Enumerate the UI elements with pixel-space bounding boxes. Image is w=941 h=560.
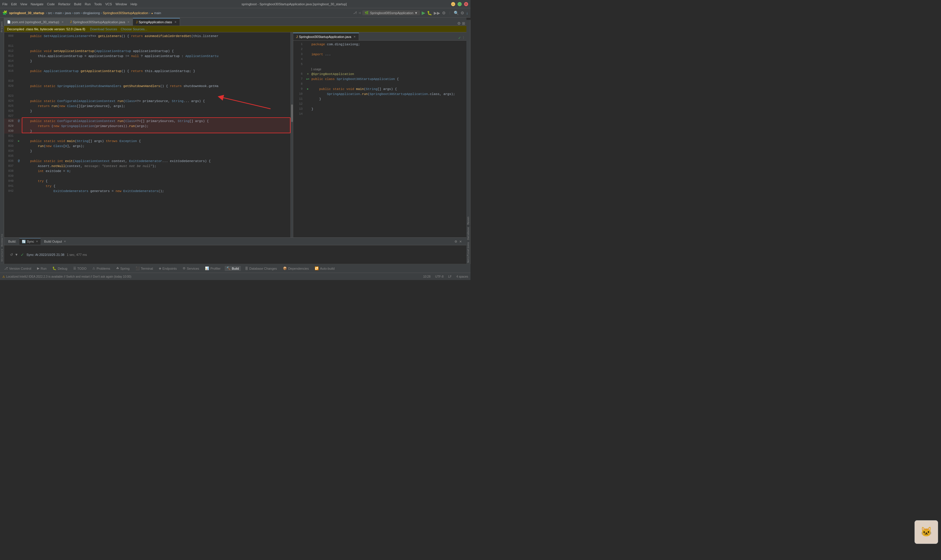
chevron-down-icon: ▼: [415, 11, 418, 15]
code-line-827: 827: [4, 114, 293, 118]
project-sidebar[interactable]: Project Bookmarks Structure: [0, 18, 4, 264]
sync-close[interactable]: ✕: [36, 240, 38, 243]
decompiled-banner: Decompiled .class file, bytecode version…: [4, 26, 466, 32]
maximize-button[interactable]: □: [458, 2, 462, 6]
spring-tool-label: Spring: [120, 267, 130, 270]
menu-vcs[interactable]: VCS: [105, 2, 112, 6]
editor-split-button[interactable]: ⊞: [462, 21, 465, 26]
run-config-dropdown[interactable]: 🌿 Springboot08SsmpApplication ▼: [362, 10, 420, 15]
status-encoding[interactable]: UTF-8: [435, 275, 443, 278]
status-indent[interactable]: 4 spaces: [457, 275, 468, 278]
build-tab-output[interactable]: Build Output ✕: [42, 238, 69, 245]
build-tab-sync[interactable]: 🔄 Sync ✕: [19, 238, 41, 245]
sync-icon: 🔄: [22, 240, 26, 243]
tool-database-changes[interactable]: 🗄 Database Changes: [243, 266, 279, 271]
tool-debug[interactable]: 🐛 Debug: [51, 266, 69, 271]
code-line-831: 831: [4, 134, 293, 138]
menu-help[interactable]: Help: [131, 2, 137, 6]
menu-edit[interactable]: Edit: [11, 2, 17, 6]
right-code-line-10: 10 SpringApplication.run(Springboot30Sta…: [293, 91, 466, 97]
build-tabs: Build: 🔄 Sync ✕ Build Output ✕ ⚙ ✕: [4, 238, 466, 245]
tool-dependencies[interactable]: 📦 Dependencies: [281, 266, 311, 271]
status-line-sep[interactable]: LF: [448, 275, 452, 278]
tool-problems[interactable]: ⚠ Problems: [91, 266, 112, 271]
debug-button[interactable]: 🐛: [427, 11, 432, 15]
build-stop-button[interactable]: ▼: [15, 253, 18, 257]
tab-pom[interactable]: 📄 pom.xml (springboot_30_startup) ✕: [4, 18, 67, 26]
tool-auto-build[interactable]: 🔁 Auto-build: [313, 266, 337, 271]
menu-code[interactable]: Code: [47, 2, 55, 6]
editor-settings-button[interactable]: ⚙: [457, 21, 461, 26]
code-line-blank3: [4, 89, 293, 94]
build-settings-icon[interactable]: ⚙: [455, 239, 457, 244]
run-with-coverage-button[interactable]: ▶▶: [434, 11, 440, 15]
tool-services[interactable]: ⚙ Services: [181, 266, 201, 271]
code-line-825: 825 return run(new Class[]{primarySource…: [4, 103, 293, 109]
left-scrollbar[interactable]: [291, 32, 293, 237]
menu-window[interactable]: Window: [115, 2, 127, 6]
download-sources-link[interactable]: Download Sources: [90, 27, 117, 31]
menu-tools[interactable]: Tools: [94, 2, 102, 6]
back-button[interactable]: ◁: [359, 11, 361, 15]
left-code-content: 808 public Set<ApplicationListener<?>> g…: [4, 32, 293, 237]
tab-pom-close[interactable]: ✕: [62, 21, 64, 23]
problems-icon: ⚠: [92, 266, 95, 270]
code-line-808: 808 public Set<ApplicationListener<?>> g…: [4, 34, 293, 38]
menu-run[interactable]: Run: [85, 2, 91, 6]
right-code-line-3: 3 import ...: [293, 52, 466, 57]
build-content: ↺ ▼ ✓ Sync: At 2022/10/25 21:38 1 sec, 4…: [4, 245, 466, 264]
tool-run[interactable]: ▶ Run: [35, 266, 48, 271]
menu-view[interactable]: View: [20, 2, 27, 6]
search-everywhere[interactable]: 🔍: [454, 11, 459, 15]
right-panel-tab[interactable]: J Springboot30StartupApplication.java ✕: [293, 33, 359, 40]
status-warning: ⚠ Localized IntelliJ IDEA 2022.2.3 is av…: [2, 275, 131, 278]
tool-profiler[interactable]: 📊 Profiler: [203, 266, 222, 271]
tool-todo[interactable]: ☰ TODO: [71, 266, 89, 271]
tab-startup[interactable]: J Springboot30StartupApplication.java ✕: [67, 18, 133, 26]
more-run-options[interactable]: ⚙: [442, 11, 446, 15]
menu-refactor[interactable]: Refactor: [58, 2, 71, 6]
right-tab-icon: J: [296, 35, 298, 38]
tool-spring[interactable]: ☘ Spring: [114, 266, 131, 271]
build-close-icon[interactable]: ✕: [459, 239, 462, 244]
tool-version-control[interactable]: ⎇ Version Control: [2, 266, 33, 271]
tool-endpoints[interactable]: ◈ Endpoints: [157, 266, 178, 271]
database-sidebar[interactable]: Database: [466, 226, 470, 241]
vcs-button[interactable]: ⎇: [353, 11, 357, 15]
structure-label[interactable]: Structure: [1, 249, 3, 262]
code-line-811: 811: [4, 43, 293, 49]
bookmarks-label[interactable]: Bookmarks: [1, 234, 3, 246]
code-line-832: 832 ▶ public static void main(String[] a…: [4, 138, 293, 143]
menu-navigate[interactable]: Navigate: [31, 2, 43, 6]
status-time: 10:28: [423, 275, 431, 278]
code-line-813: 813 this.applicationStartup = applicatio…: [4, 54, 293, 58]
tab-startup-close[interactable]: ✕: [127, 21, 130, 23]
code-line-blank2: [4, 74, 293, 78]
code-line-830: 830 }: [4, 129, 293, 134]
menu-file[interactable]: File: [2, 2, 8, 6]
update-button[interactable]: ↓: [466, 11, 468, 15]
right-tab-close[interactable]: ✕: [354, 35, 356, 38]
right-panel-settings[interactable]: ⋮: [462, 36, 465, 40]
tab-spring-close[interactable]: ✕: [174, 21, 177, 23]
run-gutter-9[interactable]: ▶: [307, 87, 309, 91]
tool-build[interactable]: 🔨 Build: [224, 266, 241, 271]
notifications-sidebar[interactable]: Notifications: [466, 241, 470, 264]
build-restart-button[interactable]: ↺: [10, 253, 13, 257]
choose-sources-link[interactable]: Choose Sources...: [121, 27, 148, 31]
auto-build-icon: 🔁: [315, 266, 319, 270]
project-name[interactable]: springboot_30_startup: [9, 11, 44, 15]
run-gutter-7[interactable]: ▶☘: [306, 78, 309, 80]
close-button[interactable]: ✕: [464, 2, 468, 6]
tab-spring-class[interactable]: J SpringApplication.class ✕: [133, 18, 180, 26]
menu-build[interactable]: Build: [74, 2, 81, 6]
run-gutter-icon-832[interactable]: ▶: [18, 139, 19, 143]
maven-sidebar-label[interactable]: Maven: [466, 20, 470, 226]
build-output-close[interactable]: ✕: [64, 240, 66, 243]
tool-terminal[interactable]: ⬛ Terminal: [134, 266, 155, 271]
bottom-toolbar: ⎇ Version Control ▶ Run 🐛 Debug ☰ TODO ⚠…: [0, 264, 470, 273]
run-button[interactable]: ▶: [422, 10, 425, 15]
minimize-button[interactable]: ─: [451, 2, 455, 6]
settings-button[interactable]: ⚙: [461, 11, 464, 15]
project-sidebar-label[interactable]: Project: [1, 21, 3, 32]
